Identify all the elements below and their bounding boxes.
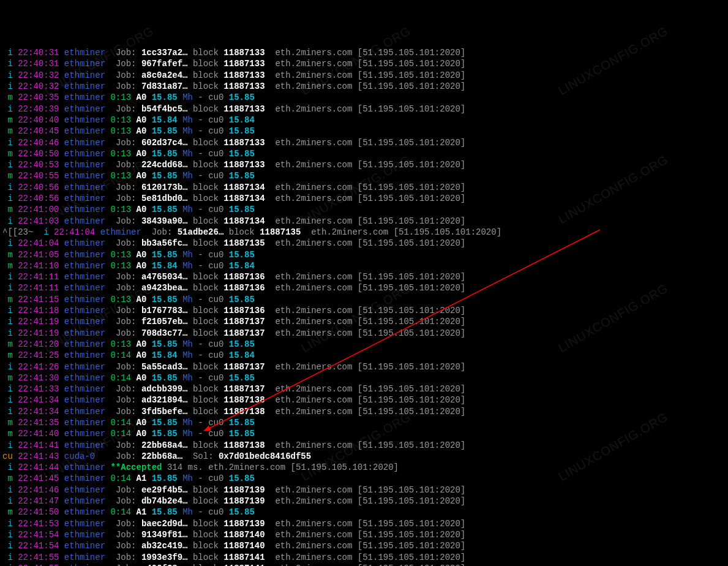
elapsed-time: 0:13 bbox=[110, 261, 131, 271]
job-hash: b54f4bc5… bbox=[141, 104, 188, 114]
pool-endpoint: [51.195.105.101:2020] bbox=[358, 138, 465, 148]
timestamp: 22:40:50 bbox=[18, 149, 59, 159]
pool-endpoint: [51.195.105.101:2020] bbox=[358, 328, 465, 338]
pool-endpoint: [51.195.105.101:2020] bbox=[358, 216, 465, 226]
shares-accepted: A0 bbox=[136, 429, 146, 439]
process-name: ethminer bbox=[64, 496, 105, 506]
gpu-hashrate: 15.84 bbox=[229, 350, 255, 360]
pool-host: eth.2miners.com bbox=[275, 328, 352, 338]
timestamp: 22:41:44 bbox=[18, 462, 59, 472]
log-line: i 22:41:46 ethminer Job: ee29f4b5… block… bbox=[2, 485, 726, 496]
elapsed-time: 0:13 bbox=[110, 126, 131, 136]
log-level: i bbox=[2, 496, 13, 506]
pool-endpoint: [51.195.105.101:2020] bbox=[358, 238, 465, 248]
pool-endpoint: [51.195.105.101:2020] bbox=[358, 194, 465, 203]
log-line: m 22:40:50 ethminer 0:13 A0 15.85 Mh - c… bbox=[2, 148, 726, 159]
pool-endpoint: [51.195.105.101:2020] bbox=[358, 70, 465, 80]
timestamp: 22:41:19 bbox=[18, 317, 59, 326]
block-number: 11887133 bbox=[223, 104, 265, 114]
process-name: ethminer bbox=[64, 507, 105, 517]
hashrate: 15.84 bbox=[152, 261, 178, 271]
timestamp: 22:41:54 bbox=[18, 530, 59, 540]
pool-host: eth.2miners.com bbox=[275, 384, 352, 394]
process-name: ethminer bbox=[64, 115, 105, 125]
process-name: ethminer bbox=[64, 306, 105, 315]
timestamp: 22:41:54 bbox=[18, 541, 59, 551]
log-line: m 22:41:25 ethminer 0:14 A0 15.84 Mh - c… bbox=[2, 350, 726, 361]
log-level: m bbox=[2, 92, 13, 102]
gpu-hashrate: 15.85 bbox=[229, 250, 255, 260]
timestamp: 22:41:11 bbox=[18, 283, 59, 293]
log-line: i 22:40:31 ethminer Job: 1cc337a2… block… bbox=[2, 47, 726, 58]
timestamp: 22:41:03 bbox=[18, 216, 59, 226]
log-level: i bbox=[2, 541, 13, 551]
job-hash: 708d3c77… bbox=[141, 328, 188, 338]
log-line: m 22:41:35 ethminer 0:14 A0 15.85 Mh - c… bbox=[2, 417, 726, 428]
process-name: ethminer bbox=[64, 440, 105, 450]
job-hash: 967fafef… bbox=[141, 59, 188, 69]
timestamp: 22:41:33 bbox=[18, 384, 59, 394]
log-line: i 22:40:32 ethminer Job: 7d831a87… block… bbox=[2, 81, 726, 92]
elapsed-time: 0:14 bbox=[110, 429, 131, 439]
block-number: 11887140 bbox=[223, 530, 265, 540]
elapsed-time: 0:14 bbox=[110, 350, 131, 360]
pool-host: eth.2miners.com bbox=[275, 160, 352, 170]
gpu-hashrate: 15.85 bbox=[229, 429, 255, 439]
block-number: 11887134 bbox=[223, 183, 265, 192]
pool-endpoint: [51.195.105.101:2020] bbox=[358, 104, 465, 114]
log-line: m 22:40:55 ethminer 0:13 A0 15.85 Mh - c… bbox=[2, 170, 726, 181]
process-name: ethminer bbox=[64, 81, 105, 91]
process-name: ethminer bbox=[64, 395, 105, 405]
block-number: 11887140 bbox=[223, 541, 265, 551]
gpu-hashrate: 15.85 bbox=[229, 418, 255, 428]
job-hash: 224cdd68… bbox=[141, 160, 188, 170]
pool-host: eth.2miners.com bbox=[275, 317, 352, 326]
log-level: m bbox=[2, 261, 13, 271]
job-hash: 38439a90… bbox=[141, 216, 188, 226]
process-name: ethminer bbox=[64, 194, 105, 203]
process-name: ethminer bbox=[64, 328, 105, 338]
log-line: i 22:41:34 ethminer Job: ad321894… block… bbox=[2, 394, 726, 406]
pool-endpoint: [51.195.105.101:2020] bbox=[358, 81, 465, 91]
pool-host: eth.2miners.com bbox=[275, 395, 352, 405]
log-level: i bbox=[2, 138, 13, 148]
timestamp: 22:41:19 bbox=[18, 328, 59, 338]
pool-endpoint: [51.195.105.101:2020] bbox=[358, 317, 465, 326]
block-number: 11887136 bbox=[223, 283, 265, 293]
log-line: m 22:41:30 ethminer 0:14 A0 15.85 Mh - c… bbox=[2, 372, 726, 383]
process-name: ethminer bbox=[64, 362, 105, 372]
job-hash: 6120173b… bbox=[141, 183, 188, 192]
log-level: i bbox=[2, 81, 13, 91]
block-number: 11887139 bbox=[223, 519, 265, 529]
process-name: ethminer bbox=[64, 462, 105, 472]
elapsed-time: 0:14 bbox=[110, 418, 131, 428]
timestamp: 22:41:50 bbox=[18, 507, 59, 517]
process-name: ethminer bbox=[64, 238, 105, 248]
process-name: ethminer bbox=[64, 407, 105, 417]
log-line: i 22:41:44 ethminer **Accepted 314 ms. e… bbox=[2, 462, 726, 473]
block-number: 11887138 bbox=[223, 407, 265, 417]
process-name: ethminer bbox=[64, 350, 105, 360]
log-line: ^[[23~ i 22:41:04 ethminer Job: 51adbe26… bbox=[2, 227, 726, 238]
block-number: 11887137 bbox=[223, 362, 265, 372]
timestamp: 22:41:05 bbox=[18, 250, 59, 260]
timestamp: 22:41:35 bbox=[18, 418, 59, 428]
log-level: m bbox=[2, 418, 13, 428]
log-level: i bbox=[2, 395, 13, 405]
shares-accepted: A1 bbox=[136, 507, 146, 517]
log-level: m bbox=[2, 507, 13, 517]
timestamp: 22:41:00 bbox=[18, 205, 59, 214]
job-hash: 602d37c4… bbox=[141, 138, 188, 148]
timestamp: 22:41:47 bbox=[18, 496, 59, 506]
job-hash: baec2d9d… bbox=[141, 519, 188, 529]
log-level: m bbox=[2, 115, 13, 125]
pool-host: eth.2miners.com bbox=[275, 283, 352, 293]
log-level: i bbox=[2, 328, 13, 338]
timestamp: 22:41:45 bbox=[18, 474, 59, 483]
elapsed-time: 0:13 bbox=[110, 205, 131, 214]
accepted-ms: 314 bbox=[167, 462, 182, 472]
timestamp: 22:41:04 bbox=[54, 227, 95, 237]
hashrate: 15.85 bbox=[152, 92, 178, 102]
process-name: ethminer bbox=[64, 138, 105, 148]
gpu-hashrate: 15.85 bbox=[229, 373, 255, 383]
